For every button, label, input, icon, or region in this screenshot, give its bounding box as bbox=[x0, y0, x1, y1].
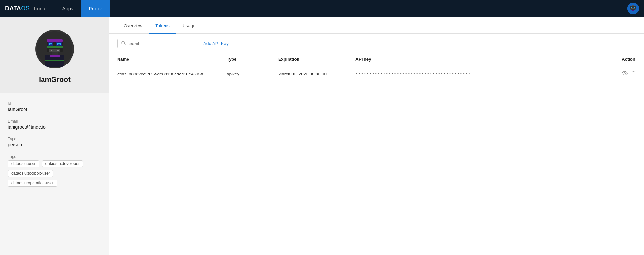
svg-rect-16 bbox=[47, 46, 63, 48]
col-header-type: Type bbox=[219, 54, 270, 65]
svg-rect-1 bbox=[630, 6, 636, 10]
tab-usage[interactable]: Usage bbox=[176, 19, 202, 34]
col-header-action: Action bbox=[614, 54, 644, 65]
topnav: DATAOS _home Apps Profile bbox=[0, 0, 644, 17]
svg-rect-23 bbox=[45, 60, 64, 61]
toolbar: + Add API Key bbox=[109, 34, 644, 54]
sidebar: IamGroot Id IamGroot Email iamgroot@tmdc… bbox=[0, 17, 109, 255]
svg-rect-5 bbox=[632, 10, 634, 11]
id-value: IamGroot bbox=[8, 107, 102, 112]
search-icon bbox=[121, 41, 126, 46]
topnav-right bbox=[627, 3, 639, 14]
tag-chip: dataos:u:developer bbox=[42, 160, 83, 167]
logo-data: DATA bbox=[5, 5, 21, 12]
col-header-expiration: Expiration bbox=[270, 54, 348, 65]
content-area: Overview Tokens Usage + Add API Key bbox=[109, 17, 644, 255]
svg-rect-22 bbox=[50, 55, 60, 57]
email-label: Email bbox=[8, 119, 102, 123]
type-group: Type person bbox=[8, 137, 102, 147]
col-header-name: Name bbox=[109, 54, 219, 65]
tags-label: Tags bbox=[8, 154, 102, 159]
logo-home: _home bbox=[30, 6, 47, 11]
tag-chip: dataos:u:user bbox=[8, 160, 39, 167]
tokens-table: Name Type Expiration API key Action atla… bbox=[109, 54, 644, 83]
svg-rect-19 bbox=[57, 50, 59, 51]
avatar-section: IamGroot bbox=[0, 17, 109, 93]
svg-rect-18 bbox=[51, 50, 52, 51]
nav-apps[interactable]: Apps bbox=[54, 0, 81, 17]
nav-profile[interactable]: Profile bbox=[81, 0, 110, 17]
table-row: atlas_b8882cc9d765de89198adac16e4605f8 a… bbox=[109, 65, 644, 83]
view-icon[interactable] bbox=[622, 70, 628, 77]
logo-os: OS bbox=[21, 5, 30, 12]
id-group: Id IamGroot bbox=[8, 101, 102, 112]
type-label: Type bbox=[8, 137, 102, 141]
token-expiration: March 03, 2023 08:30:00 bbox=[270, 65, 348, 83]
avatar bbox=[35, 30, 74, 68]
email-value: iamgroot@tmdc.io bbox=[8, 124, 102, 130]
table-header-row: Name Type Expiration API key Action bbox=[109, 54, 644, 65]
search-input[interactable] bbox=[128, 41, 190, 46]
svg-rect-6 bbox=[632, 5, 634, 6]
tabs-bar: Overview Tokens Usage bbox=[109, 17, 644, 34]
tag-chip: dataos:u:toolbox-user bbox=[8, 170, 53, 177]
profile-details: Id IamGroot Email iamgroot@tmdc.io Type … bbox=[0, 93, 109, 201]
avatar-icon bbox=[627, 3, 639, 14]
type-value: person bbox=[8, 142, 102, 147]
svg-rect-3 bbox=[634, 7, 635, 8]
email-group: Email iamgroot@tmdc.io bbox=[8, 119, 102, 130]
logo[interactable]: DATAOS _home bbox=[5, 5, 47, 12]
svg-rect-15 bbox=[58, 44, 60, 45]
col-header-apikey: API key bbox=[348, 54, 614, 65]
action-icons bbox=[622, 70, 636, 77]
token-action-cell bbox=[614, 65, 644, 83]
token-apikey: ****************************************… bbox=[348, 65, 614, 83]
tag-chip: dataos:u:operation-user bbox=[8, 180, 57, 187]
main-layout: IamGroot Id IamGroot Email iamgroot@tmdc… bbox=[0, 17, 644, 255]
profile-username: IamGroot bbox=[39, 75, 71, 84]
svg-rect-14 bbox=[50, 44, 52, 45]
svg-line-25 bbox=[124, 44, 126, 45]
svg-rect-9 bbox=[47, 39, 63, 42]
token-type: apikey bbox=[219, 65, 270, 83]
token-name: atlas_b8882cc9d765de89198adac16e4605f8 bbox=[109, 65, 219, 83]
topnav-avatar[interactable] bbox=[627, 3, 639, 14]
tab-overview[interactable]: Overview bbox=[117, 19, 149, 34]
id-label: Id bbox=[8, 101, 102, 106]
apikey-masked-value: ****************************************… bbox=[355, 72, 479, 76]
svg-rect-2 bbox=[631, 7, 632, 8]
search-box[interactable] bbox=[117, 39, 194, 48]
tags-row: dataos:u:user dataos:u:developer dataos:… bbox=[8, 160, 102, 187]
profile-avatar-svg bbox=[37, 31, 72, 67]
tab-tokens[interactable]: Tokens bbox=[149, 19, 176, 34]
tags-group: Tags dataos:u:user dataos:u:developer da… bbox=[8, 154, 102, 187]
svg-rect-4 bbox=[631, 8, 635, 9]
svg-point-26 bbox=[624, 73, 626, 74]
delete-icon[interactable] bbox=[631, 71, 636, 77]
add-api-key-button[interactable]: + Add API Key bbox=[200, 41, 229, 46]
